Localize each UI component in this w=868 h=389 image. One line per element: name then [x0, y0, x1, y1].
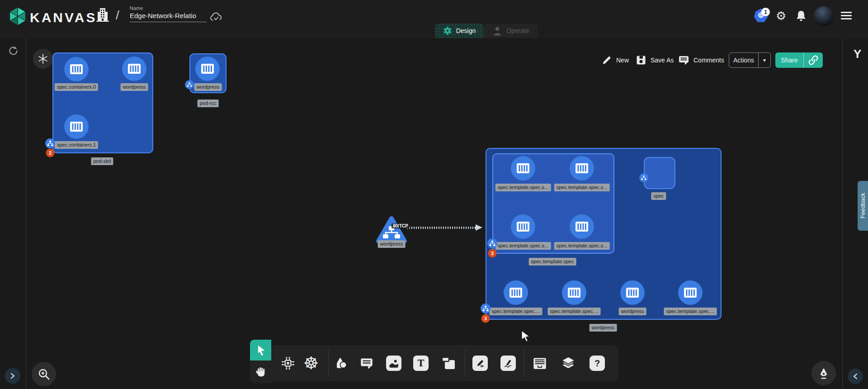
comments-button[interactable]: Comments [678, 52, 724, 68]
node-label: spec.template.spec.... [664, 308, 717, 315]
container-icon [516, 163, 530, 174]
shapes-icon [333, 356, 348, 371]
alert-count-badge[interactable]: 3 [481, 314, 490, 323]
comment-icon [359, 356, 374, 371]
save-as-button[interactable]: Save As [636, 52, 674, 68]
share-label: Share [775, 57, 803, 64]
k8s-context-count-badge: 1 [761, 8, 770, 16]
node-bottom-1[interactable] [562, 280, 586, 305]
dock-divider [328, 350, 329, 377]
pencil-icon [601, 55, 612, 66]
group-spec[interactable] [644, 157, 675, 189]
design-name-input[interactable] [130, 12, 207, 22]
share-button[interactable]: Share [775, 52, 823, 68]
menu-hamburger-icon[interactable] [841, 12, 852, 19]
tool-layers[interactable] [560, 355, 577, 372]
cursor-arrow-icon [255, 344, 267, 356]
edge-service-to-deployment[interactable] [407, 227, 478, 229]
brand-title: KANVAS [30, 10, 97, 25]
node-label: spec.template.spec.s... [554, 184, 610, 191]
caret-down-icon[interactable]: ▾ [759, 57, 770, 63]
node-bottom-0[interactable] [504, 280, 528, 305]
node-template-container-2[interactable] [511, 214, 535, 239]
text-icon: T [413, 356, 429, 371]
expand-left-panel-button[interactable] [5, 368, 20, 384]
settings-gear-icon[interactable]: ⚙ [776, 9, 786, 23]
pencil-scribble-icon [500, 356, 516, 371]
alert-count-badge[interactable]: 2 [46, 149, 55, 157]
tool-pen[interactable] [472, 356, 488, 371]
tab-operate-label: Operate [506, 27, 529, 34]
feedback-label: Feedback [859, 193, 866, 218]
group-label: wordpress [590, 324, 617, 332]
container-icon [201, 63, 214, 74]
node-label: spec.containers.1 [55, 141, 98, 149]
tool-sketch[interactable] [500, 356, 516, 371]
tab-design-label: Design [456, 27, 476, 34]
tool-pan-button[interactable] [250, 361, 271, 383]
tab-design[interactable]: Design [435, 24, 484, 38]
container-icon [127, 63, 141, 74]
share-nodes-badge-icon[interactable] [487, 238, 497, 248]
container-icon [626, 287, 639, 298]
design-name-field: Name [130, 5, 209, 22]
node-bottom-2[interactable] [620, 280, 645, 305]
share-nodes-badge-icon[interactable] [45, 138, 55, 148]
collapse-right-panel-button[interactable] [848, 369, 863, 384]
share-nodes-badge-icon[interactable] [185, 80, 194, 89]
container-icon [509, 287, 523, 298]
node-label: spec.template.spec.s... [495, 242, 551, 250]
snowflake-button[interactable] [33, 49, 53, 69]
share-nodes-badge-icon[interactable] [639, 173, 648, 182]
dock-divider [465, 350, 465, 377]
group-label: spec [651, 192, 666, 200]
node-label: spec.template.spec.... [490, 308, 542, 315]
share-nodes-badge-icon[interactable] [481, 304, 491, 313]
node-label: wordpress [121, 83, 148, 91]
tool-comment[interactable] [359, 356, 374, 371]
design-name-label: Name [130, 5, 209, 11]
tool-component[interactable] [280, 355, 296, 371]
alert-count-badge[interactable]: 3 [488, 249, 497, 258]
tool-help[interactable]: ? [590, 356, 605, 371]
copy-link-icon[interactable] [804, 55, 823, 66]
zoom-search-button[interactable] [32, 362, 56, 386]
tool-drawer[interactable] [531, 355, 548, 371]
container-icon [516, 221, 530, 232]
tool-kubernetes[interactable]: ☸ [303, 355, 319, 372]
node-template-container-1[interactable] [570, 156, 594, 180]
node-template-container-0[interactable] [511, 156, 535, 180]
hand-icon [255, 365, 267, 378]
node-spec-containers-0[interactable] [64, 57, 89, 81]
container-icon [70, 64, 83, 75]
tool-select-button[interactable] [250, 340, 271, 361]
group-label: spec.template.spec [529, 258, 576, 266]
node-template-container-3[interactable] [570, 214, 594, 239]
tab-operate[interactable]: Operate [484, 24, 538, 38]
organization-icon[interactable] [95, 6, 110, 24]
right-panel-divider [842, 38, 843, 389]
container-icon [575, 163, 589, 174]
container-icon [575, 221, 589, 232]
new-button[interactable]: New [601, 52, 629, 68]
actions-button[interactable]: Actions ▾ [729, 52, 771, 68]
tab-window-icon [440, 356, 457, 371]
notifications-bell-icon[interactable] [795, 9, 807, 23]
group-label: pod-rcc [198, 100, 219, 107]
node-spec-containers-1[interactable] [64, 114, 89, 139]
user-avatar[interactable] [814, 6, 834, 26]
chevron-left-icon [852, 373, 859, 380]
node-wordpress-pod-rcc[interactable] [195, 57, 220, 81]
node-wordpress-pod-skd[interactable] [122, 57, 146, 81]
tool-media[interactable] [386, 356, 401, 371]
node-label: spec.template.spec.s... [495, 184, 551, 191]
kanvas-logo-icon[interactable] [7, 6, 28, 28]
pen-mode-button[interactable] [811, 361, 836, 385]
tool-tab[interactable] [440, 356, 457, 371]
tool-shapes[interactable] [333, 356, 348, 371]
node-bottom-3[interactable] [678, 280, 703, 305]
feedback-tab[interactable]: Feedback [858, 181, 868, 231]
comment-icon [678, 55, 689, 66]
tool-text[interactable]: T [413, 356, 429, 371]
sync-status-icon[interactable] [7, 45, 18, 58]
